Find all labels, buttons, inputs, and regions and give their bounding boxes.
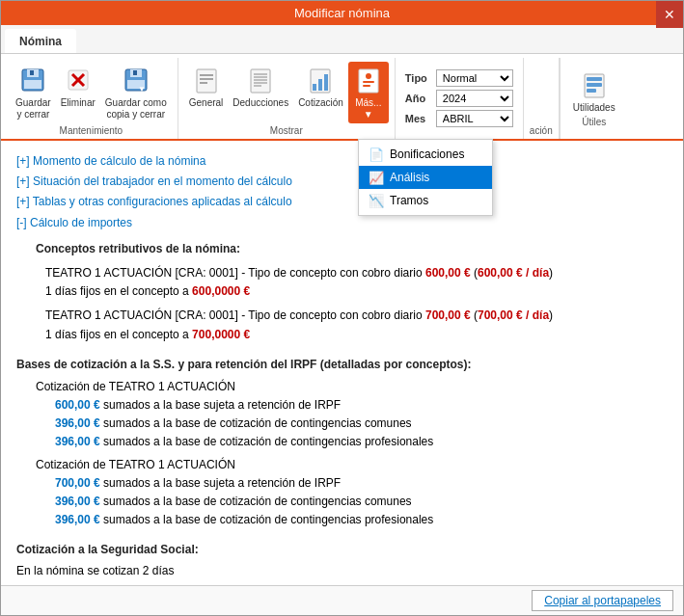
bases-title: Bases de cotización a la S.S. y para ret… — [16, 356, 668, 374]
cotizacion-group-1: Cotización de TEATRO 1 ACTUACIÓN 600,00 … — [36, 378, 668, 452]
ribbon-utilities: Utilidades Útiles — [560, 58, 628, 139]
concepto-1-pre: TEATRO 1 ACTUACIÓN [CRA: 0001] - Tipo de… — [45, 266, 425, 280]
concepto-1-amount2: 600,00 € / día — [478, 266, 549, 280]
tipo-field: Tipo Normal — [405, 69, 513, 87]
analisis-label: Análisis — [390, 171, 429, 184]
dropdown-bonificaciones[interactable]: 📄 Bonificaciones — [359, 143, 492, 166]
section-situacion-trabajador[interactable]: [+] Situación del trabajador en el momen… — [16, 173, 668, 191]
guardar-button[interactable]: Guardary cerrar — [11, 62, 56, 123]
ss-title: Cotización a la Seguridad Social: — [16, 541, 668, 559]
svg-rect-29 — [363, 85, 370, 87]
svg-rect-23 — [313, 84, 316, 91]
concepto-2-pre: TEATRO 1 ACTUACIÓN [CRA: 0001] - Tipo de… — [45, 308, 425, 322]
tipo-select[interactable]: Normal — [436, 69, 513, 87]
cotizacion-group-1-lines: 600,00 € sumados a la base sujeta a rete… — [55, 396, 668, 452]
guardar-icon — [17, 65, 48, 95]
svg-rect-32 — [587, 83, 602, 87]
guardar-copia-button[interactable]: ▼ Guardar comocopia y cerrar — [100, 62, 172, 123]
anio-label: Año — [405, 93, 432, 104]
mas-button[interactable]: Más...▼ — [348, 62, 389, 123]
svg-rect-25 — [324, 74, 328, 91]
guardar-label: Guardary cerrar — [15, 97, 51, 121]
dropdown-tramos[interactable]: 📉 Tramos — [359, 189, 492, 212]
svg-text:▼: ▼ — [138, 85, 146, 94]
concepto-2-end: ) — [549, 308, 553, 322]
tipo-label: Tipo — [405, 72, 432, 84]
tab-nomina[interactable]: Nómina — [5, 29, 76, 53]
cotizacion-group-2: Cotización de TEATRO 1 ACTUACIÓN 700,00 … — [36, 456, 668, 530]
copy-button[interactable]: Copiar al portapapeles — [532, 590, 673, 611]
concepto-2-amount2: 700,00 € / día — [478, 308, 549, 322]
utilidades-label: Utilidades — [573, 102, 616, 114]
cot2-line1: 700,00 € sumados a la base sujeta a rete… — [55, 474, 668, 493]
footer: Copiar al portapapeles — [1, 585, 683, 615]
section-tablas-config[interactable]: [+] Tablas y otras configuraciones aplic… — [16, 193, 668, 211]
conceptos-title: Conceptos retributivos de la nómina: — [36, 240, 668, 258]
content-area: [+] Momento de cálculo de la nómina [+] … — [1, 141, 683, 585]
section-momento-calculo[interactable]: [+] Momento de cálculo de la nómina — [16, 152, 668, 171]
ribbon-tabs: Nómina — [1, 25, 683, 54]
anio-select[interactable]: 2024 — [436, 90, 513, 107]
anio-field: Año 2024 — [405, 90, 513, 107]
mostrar-buttons: General Deducciones — [184, 58, 389, 125]
guardar-copia-label: Guardar comocopia y cerrar — [105, 97, 167, 121]
concepto-1-amount1: 600,00 € — [425, 266, 471, 280]
window-title: Modificar nómina — [294, 6, 390, 20]
concepto-1-mid: ( — [471, 266, 478, 280]
dropdown-analisis[interactable]: 📈 Análisis — [359, 166, 492, 189]
general-icon — [191, 65, 222, 95]
mas-icon — [353, 65, 384, 95]
concepto-1-line2-amount: 600,0000 € — [192, 284, 250, 298]
bonificaciones-icon: 📄 — [369, 147, 384, 162]
eliminar-label: Eliminar — [61, 97, 96, 109]
concepto-1-line2-pre: 1 días fijos en el concepto a — [45, 284, 192, 298]
cotizacion-group-1-label: Cotización de TEATRO 1 ACTUACIÓN — [36, 378, 668, 396]
cotizacion-label: Cotización — [298, 97, 343, 109]
mantenimiento-label: Mantenimiento — [60, 125, 123, 139]
tramos-label: Tramos — [390, 194, 428, 207]
main-window: Modificar nómina ✕ Nómina — [0, 0, 684, 616]
mes-select[interactable]: ABRIL — [436, 110, 513, 127]
utilidades-button[interactable]: Utilidades — [568, 67, 620, 117]
cot1-line3: 396,00 € sumados a la base de cotización… — [55, 433, 668, 451]
mes-field: Mes ABRIL — [405, 110, 513, 127]
general-button[interactable]: General — [184, 62, 229, 112]
concepto-2-line2-amount: 700,0000 € — [192, 328, 250, 341]
svg-rect-16 — [251, 69, 270, 93]
analisis-icon: 📈 — [369, 170, 384, 185]
dropdown-menu: 📄 Bonificaciones 📈 Análisis 📉 Tramos — [358, 139, 493, 216]
concepto-item-2-line1: TEATRO 1 ACTUACIÓN [CRA: 0001] - Tipo de… — [45, 307, 668, 325]
bonificaciones-label: Bonificaciones — [390, 147, 464, 161]
concepto-item-1-line1: TEATRO 1 ACTUACIÓN [CRA: 0001] - Tipo de… — [45, 264, 668, 282]
concepto-2-amount1: 700,00 € — [425, 308, 471, 322]
cotizacion-group: ación — [524, 58, 560, 139]
close-button[interactable]: ✕ — [656, 1, 683, 28]
tramos-icon: 📉 — [369, 193, 384, 208]
svg-rect-10 — [133, 70, 137, 75]
concepto-item-1: TEATRO 1 ACTUACIÓN [CRA: 0001] - Tipo de… — [45, 264, 668, 301]
eliminar-icon — [63, 65, 94, 95]
section-calculo-importes[interactable]: [-] Cálculo de importes — [16, 214, 668, 232]
cot2-line2: 396,00 € sumados a la base de cotización… — [55, 493, 668, 511]
deducciones-icon — [245, 65, 276, 95]
deducciones-label: Deducciones — [233, 97, 288, 109]
cotizacion-group-2-lines: 700,00 € sumados a la base sujeta a rete… — [55, 474, 668, 530]
deducciones-button[interactable]: Deducciones — [228, 62, 293, 112]
eliminar-button[interactable]: Eliminar — [56, 62, 100, 112]
mas-label: Más...▼ — [355, 97, 381, 121]
title-bar: Modificar nómina ✕ — [1, 1, 683, 25]
general-label: General — [189, 97, 224, 109]
ribbon-group-mostrar: General Deducciones — [178, 58, 396, 139]
svg-rect-33 — [587, 89, 596, 93]
svg-rect-28 — [363, 81, 374, 83]
svg-rect-2 — [24, 80, 41, 89]
cotizacion-group-2-label: Cotización de TEATRO 1 ACTUACIÓN — [36, 456, 668, 474]
svg-rect-12 — [197, 69, 216, 93]
concepto-2-mid: ( — [471, 308, 478, 322]
cot1-line2: 396,00 € sumados a la base de cotización… — [55, 415, 668, 433]
utilidades-icon — [579, 69, 610, 100]
svg-rect-24 — [318, 79, 322, 91]
concepto-2-line2-pre: 1 días fijos en el concepto a — [45, 328, 192, 341]
concepto-item-2-line2: 1 días fijos en el concepto a 700,0000 € — [45, 326, 668, 344]
cotizacion-button[interactable]: Cotización — [293, 62, 348, 112]
